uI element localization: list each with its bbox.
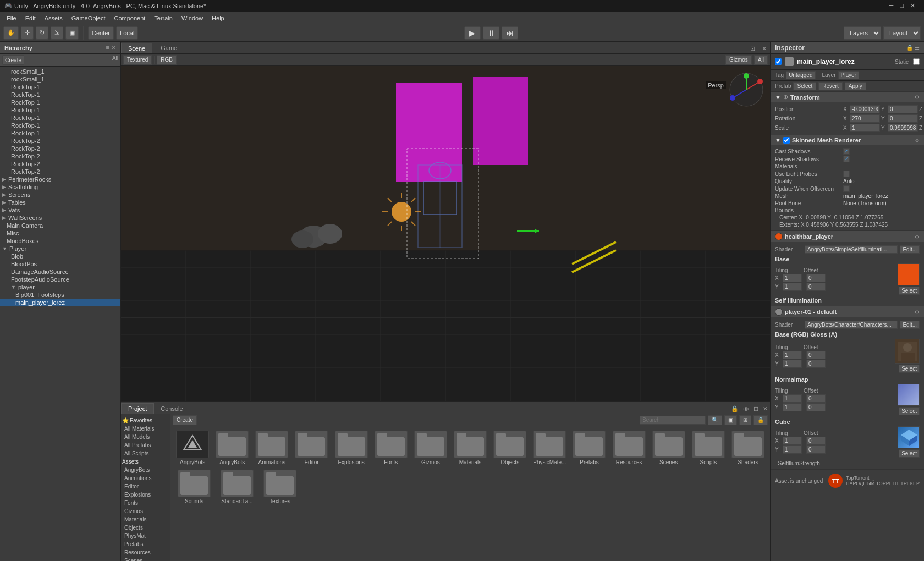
asset-sounds[interactable]: Sounds — [175, 470, 213, 504]
scene-all-btn[interactable]: All — [754, 55, 768, 65]
nm-tiling-x[interactable] — [783, 394, 802, 403]
sidebar-all-materials[interactable]: All Materials — [121, 425, 170, 433]
sidebar-all-prefabs[interactable]: All Prefabs — [121, 441, 170, 449]
sidebar-explosions[interactable]: Explosions — [121, 491, 170, 499]
sidebar-materials[interactable]: Materials — [121, 515, 170, 524]
sidebar-physmat[interactable]: PhysMat — [121, 532, 170, 540]
hier-item[interactable]: RockTop-2 — [0, 168, 120, 175]
scene-maximize[interactable]: ⊡ — [747, 44, 758, 53]
cube-offset-y[interactable] — [806, 446, 826, 454]
minimize-btn[interactable]: ─ — [889, 2, 894, 9]
asset-editor[interactable]: Editor — [294, 431, 329, 465]
hier-item-blob[interactable]: Blob — [0, 252, 120, 260]
tab-console[interactable]: Console — [154, 404, 189, 414]
scale-x-input[interactable] — [850, 124, 880, 132]
shader2-edit-btn[interactable]: Edit... — [900, 321, 920, 329]
asset-angrybots-unity[interactable]: AngryBots — [175, 431, 210, 465]
hier-item[interactable]: RockTop-1 — [0, 83, 120, 91]
hier-item[interactable]: RockTop-2 — [0, 152, 120, 160]
material2-header[interactable]: player-01 - default ⚙ — [771, 306, 924, 317]
create-btn[interactable]: Create — [173, 415, 197, 425]
tab-scene[interactable]: Scene — [121, 43, 152, 53]
offset-x[interactable] — [806, 274, 826, 282]
hier-group-player-sub[interactable]: ▼ player — [0, 283, 120, 291]
cube-texture-thumb[interactable] — [898, 426, 920, 448]
hier-group-player[interactable]: ▼ Player — [0, 245, 120, 252]
rect-tool[interactable]: ▣ — [65, 26, 79, 40]
base-texture-thumb[interactable] — [898, 263, 920, 285]
hier-item[interactable]: RockTop-1 — [0, 129, 120, 137]
static-checkbox[interactable] — [913, 58, 920, 65]
large-icons-btn[interactable]: ⊞ — [739, 415, 751, 425]
hierarchy-create-btn[interactable]: Create — [2, 55, 24, 65]
base-rgb-select-btn[interactable]: Select — [899, 365, 920, 373]
sidebar-fonts[interactable]: Fonts — [121, 499, 170, 507]
object-active-checkbox[interactable] — [775, 58, 782, 65]
hier-item-damageaudio[interactable]: DamageAudioSource — [0, 268, 120, 276]
nm-tiling-y[interactable] — [783, 403, 802, 411]
panel-eye-icon[interactable]: 👁 — [741, 405, 751, 414]
move-tool[interactable]: ✛ — [21, 26, 34, 40]
hand-tool[interactable]: ✋ — [3, 26, 19, 40]
use-light-probes-checkbox[interactable] — [843, 170, 850, 177]
receive-shadows-checkbox[interactable] — [843, 156, 850, 162]
menu-file[interactable]: File — [2, 14, 21, 23]
hier-item[interactable]: rockSmall_1 — [0, 68, 120, 75]
transform-header[interactable]: ▼ ⊕ Transform ⚙ — [771, 92, 924, 102]
search-input[interactable] — [640, 416, 706, 425]
small-icons-btn[interactable]: ▣ — [724, 415, 737, 425]
tab-game[interactable]: Game — [153, 42, 184, 53]
hier-item-moodboxes[interactable]: MoodBoxes — [0, 237, 120, 245]
gizmos-btn[interactable]: Gizmos — [725, 55, 752, 65]
transform-settings-icon[interactable]: ⚙ — [915, 94, 920, 100]
panel-lock-icon[interactable]: 🔒 — [729, 404, 741, 414]
rot-x-input[interactable] — [850, 114, 880, 123]
skinned-mesh-header[interactable]: ▼ Skinned Mesh Renderer ⚙ — [771, 135, 924, 145]
hier-item[interactable]: RockTop-1 — [0, 91, 120, 98]
close-btn[interactable]: ✕ — [910, 2, 915, 9]
cube-select-btn[interactable]: Select — [899, 449, 920, 458]
layers-dropdown[interactable]: Layers — [844, 26, 881, 40]
cube-tiling-x[interactable] — [783, 437, 802, 445]
offset-y2[interactable] — [806, 360, 826, 368]
menu-edit[interactable]: Edit — [21, 14, 40, 23]
asset-animations[interactable]: Animations — [254, 431, 289, 465]
play-btn[interactable]: ▶ — [464, 26, 481, 40]
base-rgb-texture-thumb[interactable] — [895, 339, 920, 364]
sidebar-gizmos[interactable]: Gizmos — [121, 507, 170, 515]
panel-close-icon[interactable]: ✕ — [761, 404, 770, 414]
scene-view[interactable]: Persp — [121, 66, 770, 402]
coord-btn[interactable]: Local — [116, 26, 138, 40]
panel-maximize-icon[interactable]: ⊡ — [751, 404, 761, 414]
pivot-btn[interactable]: Center — [88, 26, 114, 40]
scene-color-btn[interactable]: RGB — [157, 55, 177, 65]
offset-y[interactable] — [806, 283, 826, 291]
base-select-btn[interactable]: Select — [899, 287, 920, 295]
material2-settings[interactable]: ⚙ — [915, 309, 920, 315]
prefab-select-btn[interactable]: Select — [793, 82, 816, 90]
step-btn[interactable]: ⏭ — [502, 26, 518, 40]
hier-item-bloodpos[interactable]: BloodPos — [0, 260, 120, 268]
menu-help[interactable]: Help — [207, 14, 229, 23]
pos-y-input[interactable] — [888, 105, 918, 113]
scale-tool[interactable]: ⇲ — [51, 26, 63, 40]
tiling-y2[interactable] — [783, 360, 802, 368]
cube-offset-x[interactable] — [806, 437, 826, 445]
shader1-input[interactable] — [805, 245, 898, 254]
menu-assets[interactable]: Assets — [40, 14, 67, 23]
scale-y-input[interactable] — [888, 124, 918, 132]
hier-group-wallscreens[interactable]: ▶ WallScreens — [0, 214, 120, 222]
offset-x2[interactable] — [806, 351, 826, 359]
asset-scripts[interactable]: Scripts — [691, 431, 726, 465]
hier-item-mainplayer[interactable]: main_player_lorez — [0, 299, 120, 306]
hier-item[interactable]: rockSmall_1 — [0, 75, 120, 83]
tab-project[interactable]: Project — [121, 403, 154, 414]
sidebar-all-models[interactable]: All Models — [121, 433, 170, 441]
menu-window[interactable]: Window — [177, 14, 207, 23]
rotate-tool[interactable]: ↻ — [36, 26, 48, 40]
material1-settings[interactable]: ⚙ — [915, 234, 920, 240]
shader1-edit-btn[interactable]: Edit... — [900, 245, 920, 254]
hier-item-footstep[interactable]: FootstepAudioSource — [0, 276, 120, 283]
asset-gizmos[interactable]: Gizmos — [413, 431, 448, 465]
hier-group-perimeterrocks[interactable]: ▶ PerimeterRocks — [0, 175, 120, 183]
